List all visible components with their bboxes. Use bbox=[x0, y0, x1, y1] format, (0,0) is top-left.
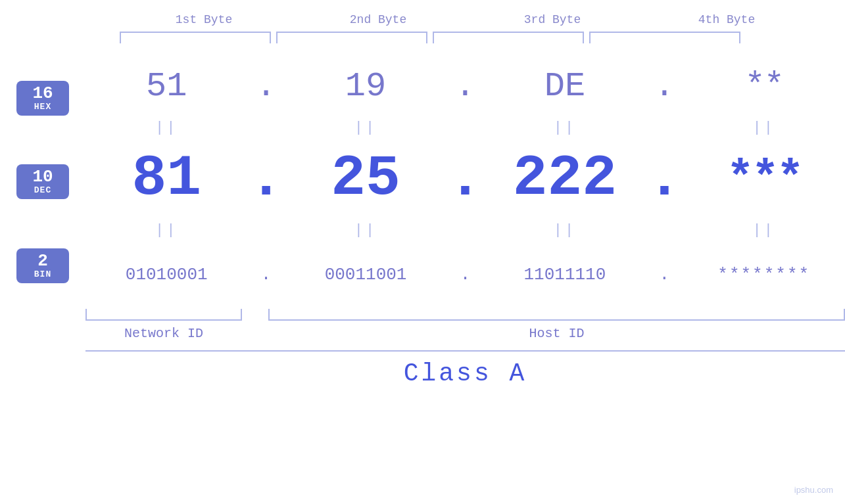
host-bracket bbox=[268, 309, 845, 321]
dec-dot-2: . bbox=[452, 147, 478, 212]
bracket-1 bbox=[120, 32, 271, 43]
bin-dot-3: . bbox=[651, 265, 677, 285]
class-divider bbox=[85, 350, 845, 352]
dec-byte-1: 81 bbox=[91, 150, 242, 208]
dec-byte-2: 25 bbox=[290, 150, 441, 208]
hex-label: HEX bbox=[23, 102, 62, 112]
dec-row: 81 . 25 . 222 . *** bbox=[85, 139, 845, 218]
hex-row: 51 . 19 . DE . ** bbox=[85, 57, 845, 116]
byte-header-3: 3rd Byte bbox=[477, 13, 628, 26]
bin-number: 2 bbox=[23, 252, 62, 269]
hex-byte-3: DE bbox=[489, 67, 640, 106]
network-bracket bbox=[85, 309, 242, 321]
byte-header-2: 2nd Byte bbox=[302, 13, 454, 26]
top-brackets bbox=[117, 32, 814, 43]
equals-3: || bbox=[489, 120, 640, 136]
bin-dot-2: . bbox=[452, 265, 478, 285]
bin-byte-4: ******** bbox=[688, 265, 840, 285]
host-id-label: Host ID bbox=[268, 326, 845, 341]
hex-number: 16 bbox=[23, 85, 62, 102]
bin-dot-1: . bbox=[253, 265, 279, 285]
network-id-label: Network ID bbox=[85, 326, 242, 341]
equals-7: || bbox=[489, 222, 640, 239]
dec-badge: 10 DEC bbox=[16, 164, 69, 199]
bin-byte-3: 11011110 bbox=[489, 265, 640, 285]
equals-6: || bbox=[290, 222, 441, 239]
hex-byte-4: ** bbox=[688, 67, 840, 106]
equals-1: || bbox=[91, 120, 242, 136]
dec-byte-4: *** bbox=[688, 153, 840, 205]
rows-section: 16 HEX 10 DEC 2 BIN 51 . bbox=[0, 57, 845, 308]
data-grid: 51 . 19 . DE . ** bbox=[85, 57, 845, 308]
equals-4: || bbox=[688, 120, 840, 136]
byte-headers: 1st Byte 2nd Byte 3rd Byte 4th Byte bbox=[117, 13, 814, 26]
dec-number: 10 bbox=[23, 168, 62, 185]
hex-dot-1: . bbox=[253, 67, 279, 106]
labels-column: 16 HEX 10 DEC 2 BIN bbox=[0, 57, 85, 308]
byte-header-4: 4th Byte bbox=[651, 13, 802, 26]
equals-8: || bbox=[688, 222, 840, 239]
class-label: Class A bbox=[85, 359, 845, 388]
equals-row-2: || || || || bbox=[85, 218, 845, 242]
bottom-brackets-row bbox=[85, 309, 845, 321]
main-container: 1st Byte 2nd Byte 3rd Byte 4th Byte 16 H… bbox=[0, 0, 845, 504]
equals-5: || bbox=[91, 222, 242, 239]
equals-row-1: || || || || bbox=[85, 116, 845, 139]
watermark: ipshu.com bbox=[794, 485, 833, 495]
dec-dot-3: . bbox=[651, 147, 677, 212]
hex-dot-3: . bbox=[651, 67, 677, 106]
byte-header-1: 1st Byte bbox=[128, 13, 279, 26]
hex-badge: 16 HEX bbox=[16, 81, 69, 116]
dec-byte-3: 222 bbox=[489, 150, 640, 208]
bin-label: BIN bbox=[23, 269, 62, 279]
bin-badge: 2 BIN bbox=[16, 248, 69, 283]
bracket-4 bbox=[589, 32, 740, 43]
bin-row: 01010001 . 00011001 . 11011110 . bbox=[85, 242, 845, 308]
equals-2: || bbox=[290, 120, 441, 136]
hex-dot-2: . bbox=[452, 67, 478, 106]
bracket-2 bbox=[276, 32, 427, 43]
hex-byte-2: 19 bbox=[290, 67, 441, 106]
bottom-section: Network ID Host ID bbox=[85, 309, 845, 341]
bottom-labels-row: Network ID Host ID bbox=[85, 326, 845, 341]
bin-byte-2: 00011001 bbox=[290, 265, 441, 285]
hex-byte-1: 51 bbox=[91, 67, 242, 106]
dec-label: DEC bbox=[23, 185, 62, 195]
bin-byte-1: 01010001 bbox=[91, 265, 242, 285]
dec-dot-1: . bbox=[253, 147, 279, 212]
bracket-3 bbox=[433, 32, 584, 43]
